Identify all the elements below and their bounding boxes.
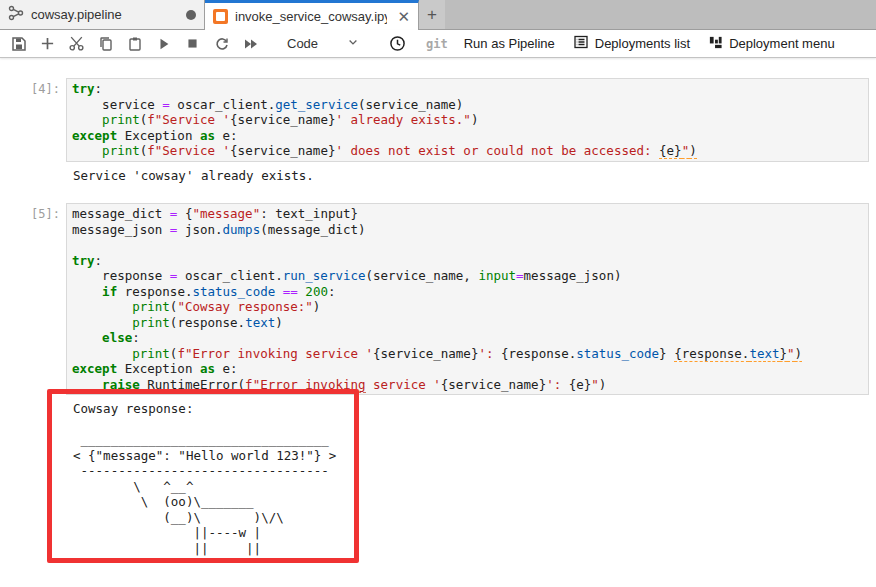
execution-prompt: [5]: — [0, 203, 66, 395]
deployment-menu-button[interactable]: Deployment menu — [708, 35, 835, 53]
tab-title: invoke_service_cowsay.ipynb — [235, 9, 387, 24]
clock-icon[interactable] — [383, 32, 412, 56]
cell-type-dropdown[interactable]: Code — [279, 33, 367, 55]
restart-kernel-button[interactable] — [207, 32, 236, 56]
notebook-toolbar: Code git Run as Pipeline Deployments lis… — [0, 30, 876, 58]
deployment-menu-label: Deployment menu — [729, 36, 835, 51]
tab-title: cowsay.pipeline — [31, 7, 122, 22]
cell-output: Cowsay response: _______________________… — [66, 401, 876, 556]
jupyterlab-window: cowsay.pipeline invoke_service_cowsay.ip… — [0, 0, 876, 587]
save-button[interactable] — [4, 32, 33, 56]
notebook-icon — [213, 9, 228, 24]
run-button[interactable] — [149, 32, 178, 56]
tab-bar-filler — [445, 0, 876, 30]
deployments-list-button[interactable]: Deployments list — [573, 34, 690, 53]
code-cell: [4]:try: service = oscar_client.get_serv… — [0, 78, 876, 162]
close-icon[interactable]: ✕ — [397, 9, 410, 24]
tab-invoke-service-cowsay[interactable]: invoke_service_cowsay.ipynb ✕ — [205, 0, 419, 30]
dirty-indicator-icon — [186, 10, 196, 20]
stop-button[interactable] — [178, 32, 207, 56]
cell-editor[interactable]: message_dict = {"message": text_input} m… — [66, 203, 869, 395]
pipeline-icon — [8, 5, 24, 24]
cell-gap — [0, 183, 876, 203]
chevron-down-icon — [347, 36, 359, 51]
deployments-list-label: Deployments list — [595, 36, 690, 51]
paste-cells-button[interactable] — [120, 32, 149, 56]
run-as-pipeline-button[interactable]: Run as Pipeline — [464, 36, 555, 51]
tab-bar: cowsay.pipeline invoke_service_cowsay.ip… — [0, 0, 876, 30]
git-label: git — [426, 37, 448, 51]
code-cell: [5]:message_dict = {"message": text_inpu… — [0, 203, 876, 395]
new-tab-button[interactable]: + — [419, 0, 445, 30]
blocks-icon — [708, 35, 723, 53]
execution-prompt: [4]: — [0, 78, 66, 162]
tab-cowsay-pipeline[interactable]: cowsay.pipeline — [0, 0, 205, 30]
cut-cells-button[interactable] — [62, 32, 91, 56]
run-as-pipeline-label: Run as Pipeline — [464, 36, 555, 51]
notebook-cells: [4]:try: service = oscar_client.get_serv… — [0, 78, 876, 576]
cell-gap — [0, 556, 876, 576]
cell-output: Service 'cowsay' already exists. — [66, 168, 876, 184]
cell-editor[interactable]: try: service = oscar_client.get_service(… — [66, 78, 869, 162]
notebook-panel: [4]:try: service = oscar_client.get_serv… — [0, 58, 876, 587]
insert-cell-button[interactable] — [33, 32, 62, 56]
cell-type-value: Code — [287, 36, 318, 51]
restart-and-run-all-button[interactable] — [236, 32, 265, 56]
list-icon — [573, 34, 589, 53]
copy-cells-button[interactable] — [91, 32, 120, 56]
